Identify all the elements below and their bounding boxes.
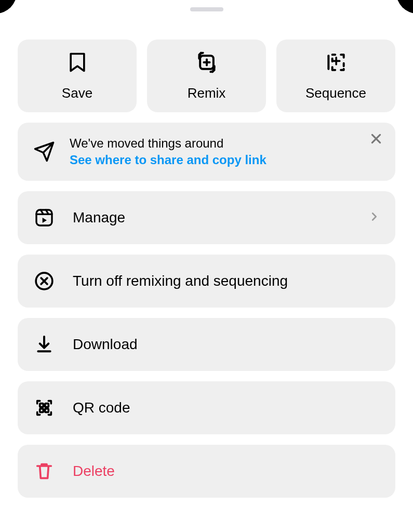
qr-code-item[interactable]: QR code	[18, 381, 395, 434]
manage-label: Manage	[73, 209, 351, 226]
qr-code-icon	[33, 397, 55, 419]
sheet-grabber[interactable]	[190, 7, 223, 11]
remix-label: Remix	[188, 85, 226, 101]
remix-icon	[195, 51, 218, 76]
qr-code-label: QR code	[73, 400, 380, 416]
manage-item[interactable]: Manage	[18, 191, 395, 244]
circle-x-icon	[33, 270, 55, 292]
sequence-label: Sequence	[305, 85, 366, 101]
sequence-icon	[325, 51, 348, 76]
action-sheet: Save Remix	[0, 7, 413, 532]
download-icon	[33, 334, 55, 355]
bookmark-icon	[66, 51, 89, 76]
svg-rect-6	[45, 409, 49, 413]
download-item[interactable]: Download	[18, 318, 395, 371]
turn-off-remix-item[interactable]: Turn off remixing and sequencing	[18, 255, 395, 308]
banner-title: We've moved things around	[70, 136, 380, 151]
save-label: Save	[62, 85, 92, 101]
svg-rect-3	[40, 404, 44, 407]
rounded-corner	[396, 0, 413, 14]
share-moved-banner[interactable]: We've moved things around See where to s…	[18, 123, 395, 181]
save-button[interactable]: Save	[18, 39, 137, 112]
sequence-button[interactable]: Sequence	[276, 39, 395, 112]
chevron-right-icon	[368, 211, 380, 224]
turn-off-remix-label: Turn off remixing and sequencing	[73, 273, 380, 289]
delete-label: Delete	[73, 463, 380, 480]
menu-list: Manage Turn off remixing and sequencing	[18, 191, 395, 498]
svg-rect-4	[45, 404, 49, 407]
top-actions-row: Save Remix	[18, 39, 395, 112]
rounded-corner	[0, 0, 17, 14]
trash-icon	[33, 460, 55, 482]
banner-link[interactable]: See where to share and copy link	[70, 153, 380, 167]
download-label: Download	[73, 336, 380, 353]
close-icon[interactable]	[369, 132, 383, 145]
reel-manage-icon	[33, 207, 55, 229]
remix-button[interactable]: Remix	[147, 39, 266, 112]
delete-item[interactable]: Delete	[18, 445, 395, 498]
banner-text: We've moved things around See where to s…	[70, 136, 380, 167]
svg-rect-1	[36, 210, 52, 225]
send-icon	[33, 141, 55, 163]
svg-rect-5	[40, 409, 44, 413]
